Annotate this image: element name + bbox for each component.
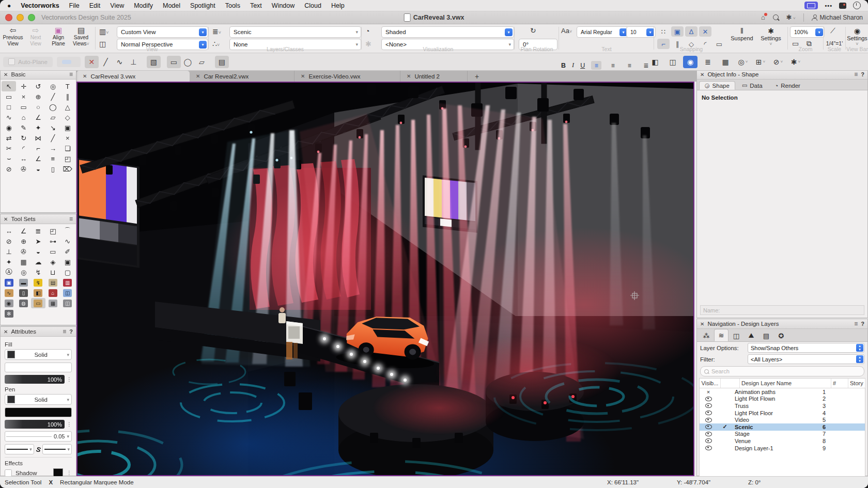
zoom-level-dropdown[interactable]: 100%▾: [790, 26, 825, 38]
toolset-tool-7-1-icon[interactable]: ◍: [16, 298, 30, 308]
menu-view[interactable]: View: [110, 2, 124, 9]
pen-color-swatch[interactable]: [5, 407, 72, 417]
plane-mode-disabled-button[interactable]: [57, 57, 81, 67]
column-header-1[interactable]: [721, 379, 740, 388]
toolset-tool-3-0-icon[interactable]: ✦: [2, 257, 16, 267]
toolset-tool-6-3-icon[interactable]: ⌂: [45, 288, 60, 298]
basic-tool-22-icon[interactable]: ✦: [31, 122, 45, 133]
basic-tool-9-icon[interactable]: ∥: [60, 91, 75, 102]
saved-views-button[interactable]: ▤Saved Views˅: [70, 26, 92, 46]
menu-vectorworks[interactable]: Vectorworks: [21, 2, 59, 9]
font-dropdown[interactable]: Arial Regular▾: [577, 26, 629, 38]
layers-icon[interactable]: ≣˅: [212, 28, 221, 35]
basic-tool-21-icon[interactable]: ✎: [16, 122, 30, 133]
fill-color-swatch[interactable]: [5, 363, 72, 372]
fill-style-dropdown[interactable]: Solid▾: [5, 349, 72, 360]
snapping-settings-button[interactable]: ✱Settings˅: [757, 27, 784, 46]
toolset-tool-3-1-icon[interactable]: ▦: [16, 257, 30, 267]
apple-menu-icon[interactable]: ●: [7, 3, 11, 9]
basic-tool-32-icon[interactable]: ⌐: [31, 143, 45, 153]
basic-tool-25-icon[interactable]: ⇄: [2, 133, 16, 143]
snap-toggle-1-icon[interactable]: ▣: [671, 26, 684, 37]
toolset-tool-5-1-icon[interactable]: ▬: [16, 277, 30, 288]
basic-tool-3-icon[interactable]: ◎: [45, 81, 60, 91]
layer-row-light-plot-floor[interactable]: Light Plot Floor4: [700, 410, 865, 417]
close-tab-icon[interactable]: ✕: [407, 73, 411, 79]
align-plane-button[interactable]: ▣Align Plane: [48, 26, 69, 46]
view-bar-settings-button[interactable]: ◉Settings˅: [846, 27, 868, 46]
basic-tool-40-icon[interactable]: ⊘: [2, 164, 16, 174]
tool-mode-1-icon[interactable]: ╱: [99, 56, 113, 68]
column-header-4[interactable]: Story: [848, 379, 865, 388]
basic-tool-34-icon[interactable]: ❏: [60, 143, 75, 153]
navigation-tab-3-icon[interactable]: ⛰: [744, 330, 758, 341]
basic-tool-6-icon[interactable]: ×: [16, 91, 30, 102]
close-icon[interactable]: ✕: [4, 216, 8, 222]
basic-tool-39-icon[interactable]: ◰: [60, 153, 75, 164]
plan-rotation-icon[interactable]: ↻: [530, 27, 536, 34]
saved-view-dropdown[interactable]: Custom View▾: [117, 26, 208, 38]
pen-opacity-slider[interactable]: 100%: [5, 420, 65, 429]
basic-tool-18-icon[interactable]: ▱: [45, 112, 60, 122]
view-utility-8-icon[interactable]: ✱˅: [788, 56, 803, 68]
new-document-tab-button[interactable]: +: [475, 72, 479, 81]
tool-mode-4-icon[interactable]: ▧: [147, 56, 161, 68]
pen-opacity-menu-icon[interactable]: ⋮: [67, 423, 72, 426]
shadow-checkbox[interactable]: [5, 469, 12, 477]
layer-visibility-toggle[interactable]: [700, 397, 717, 401]
layer-row-video[interactable]: Video5: [700, 416, 865, 423]
basic-tool-23-icon[interactable]: ↘: [45, 122, 60, 133]
help-icon[interactable]: ?: [861, 71, 864, 77]
underline-button[interactable]: U: [580, 62, 585, 69]
basic-tool-31-icon[interactable]: ◜: [16, 143, 30, 153]
layer-row-scenic[interactable]: ✓Scenic6: [700, 423, 865, 431]
view-utility-3-icon[interactable]: ≣: [701, 56, 715, 68]
basic-tool-33-icon[interactable]: →: [45, 143, 60, 153]
navigation-tab-5-icon[interactable]: ✪: [774, 330, 788, 341]
view-utility-6-icon[interactable]: ⊞˅: [753, 56, 768, 68]
close-window-button[interactable]: [5, 14, 12, 21]
layer-visibility-toggle[interactable]: ×: [700, 389, 717, 395]
toolset-tool-0-1-icon[interactable]: ∠: [16, 226, 30, 236]
toolset-tool-1-4-icon[interactable]: ∿: [60, 236, 75, 246]
line-weight-dropdown[interactable]: 0.05▾: [5, 431, 72, 442]
toolset-tool-1-2-icon[interactable]: ➤: [31, 236, 45, 246]
minimize-window-button[interactable]: [17, 14, 24, 21]
layer-row-light-plot-flown[interactable]: Light Plot Flown2: [700, 396, 865, 403]
tool-mode-8-icon[interactable]: ▤: [215, 56, 229, 68]
tool-mode-2-icon[interactable]: ∿: [113, 56, 127, 68]
navigation-tab-1-icon[interactable]: ≋: [714, 329, 729, 341]
close-tab-icon[interactable]: ✕: [196, 73, 200, 79]
align-center-button[interactable]: ≡: [608, 61, 618, 70]
document-tab-4[interactable]: ✕Untitled 2: [400, 71, 468, 82]
help-icon[interactable]: ?: [861, 321, 864, 327]
toolset-tool-1-1-icon[interactable]: ⊕: [16, 236, 30, 246]
search-icon[interactable]: [773, 14, 779, 20]
menu-tools[interactable]: Tools: [225, 2, 240, 9]
basic-tool-26-icon[interactable]: ↻: [16, 133, 30, 143]
layer-visibility-toggle[interactable]: [700, 432, 717, 436]
basic-tool-1-icon[interactable]: ✛: [16, 81, 30, 91]
gear-menu-icon[interactable]: ✱ ˅: [786, 13, 796, 21]
snap-toggle-0-icon[interactable]: ∷: [657, 26, 670, 37]
basic-tool-42-icon[interactable]: ◒: [31, 164, 45, 174]
toolset-tool-0-4-icon[interactable]: ⌒: [60, 226, 75, 236]
drawing-area[interactable]: [76, 82, 694, 476]
toolset-tool-2-3-icon[interactable]: ▭: [45, 246, 60, 257]
toolset-tool-3-3-icon[interactable]: ◈: [45, 257, 60, 267]
close-icon[interactable]: ✕: [4, 329, 8, 335]
basic-tool-29-icon[interactable]: ×: [60, 133, 75, 143]
menu-help[interactable]: Help: [331, 2, 345, 9]
view-utility-7-icon[interactable]: ⊘˅: [771, 56, 785, 68]
palette-menu-icon[interactable]: ≡: [854, 71, 858, 78]
column-header-2[interactable]: Design Layer Name: [740, 379, 831, 388]
fill-opacity-slider[interactable]: 100%: [5, 375, 65, 384]
close-tab-icon[interactable]: ✕: [301, 73, 305, 79]
marker-style-dropdown[interactable]: ▾: [42, 444, 72, 454]
basic-tool-24-icon[interactable]: ▣: [60, 122, 75, 133]
toolset-tool-7-0-icon[interactable]: ◉: [2, 298, 16, 308]
layer-visibility-toggle[interactable]: [700, 418, 717, 422]
layer-row-animation-paths[interactable]: ×Animation paths1: [700, 388, 865, 396]
render-mode-icon[interactable]: ◔: [365, 27, 369, 35]
basic-tool-36-icon[interactable]: ↔: [16, 153, 30, 164]
